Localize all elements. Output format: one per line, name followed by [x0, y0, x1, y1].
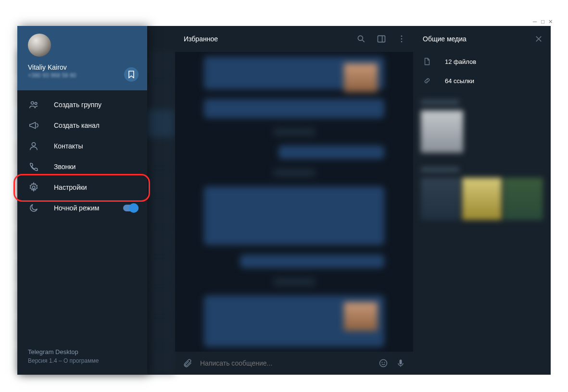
menu-label: Настройки: [54, 184, 87, 191]
svg-point-1: [35, 102, 37, 104]
svg-point-9: [380, 360, 387, 367]
mic-icon[interactable]: [396, 358, 405, 368]
message-area[interactable]: [175, 52, 413, 352]
panel-files[interactable]: 12 файлов: [413, 52, 551, 71]
app-window: Vitaliy Kairov +380 93 968 59 80 Создать…: [17, 26, 551, 375]
menu-list: Создать группу Создать канал Контакты: [17, 90, 147, 341]
panel-files-label: 12 файлов: [445, 58, 476, 65]
menu-settings[interactable]: Настройки: [17, 177, 147, 197]
emoji-icon[interactable]: [379, 358, 388, 368]
svg-point-2: [32, 142, 35, 146]
app-name: Telegram Desktop: [28, 348, 137, 355]
megaphone-icon: [28, 120, 39, 131]
saved-messages-button[interactable]: [124, 67, 139, 82]
drawer-header: Vitaliy Kairov +380 93 968 59 80: [17, 26, 147, 90]
menu-label: Создать группу: [54, 101, 101, 109]
svg-point-8: [401, 41, 403, 43]
gear-icon: [28, 182, 39, 193]
panel-header: Общие медиа: [413, 26, 551, 52]
menu-create-group[interactable]: Создать группу: [17, 94, 147, 115]
more-icon[interactable]: [397, 34, 406, 44]
svg-point-11: [384, 362, 385, 363]
panel-links[interactable]: 64 ссылки: [413, 71, 551, 90]
svg-rect-5: [378, 36, 385, 42]
svg-rect-12: [400, 360, 402, 365]
messages-blur: [175, 52, 413, 352]
chat-list: Vitaliy Kairov +380 93 968 59 80 Создать…: [17, 26, 175, 375]
sidepanel-icon[interactable]: [377, 34, 386, 44]
svg-point-7: [401, 38, 403, 40]
chat-header: Избранное: [175, 26, 413, 52]
compose-bar: [175, 352, 413, 375]
menu-contacts[interactable]: Контакты: [17, 135, 147, 156]
svg-point-3: [32, 186, 35, 189]
chat-main: Избранное: [175, 26, 413, 375]
close-icon[interactable]: [534, 35, 543, 43]
media-grid[interactable]: [421, 110, 543, 153]
window-close[interactable]: ✕: [549, 17, 553, 25]
panel-title: Общие медиа: [423, 35, 534, 43]
svg-point-0: [31, 101, 34, 104]
menu-night-mode[interactable]: Ночной режим: [17, 197, 147, 218]
panel-links-label: 64 ссылки: [445, 77, 474, 85]
person-icon: [28, 141, 39, 151]
main-menu-drawer: Vitaliy Kairov +380 93 968 59 80 Создать…: [17, 26, 147, 375]
menu-label: Звонки: [54, 163, 76, 171]
chat-title[interactable]: Избранное: [184, 35, 356, 43]
user-name: Vitaliy Kairov: [28, 63, 137, 71]
panel-media-section: [413, 90, 551, 244]
menu-create-channel[interactable]: Создать канал: [17, 115, 147, 135]
file-icon: [423, 57, 432, 66]
user-phone: +380 93 968 59 80: [28, 72, 137, 79]
menu-label: Создать канал: [54, 122, 100, 129]
night-mode-toggle[interactable]: [123, 205, 139, 211]
group-icon: [28, 99, 39, 110]
moon-icon: [28, 203, 39, 213]
menu-label: Ночной режим: [54, 204, 99, 212]
message-input[interactable]: [200, 359, 371, 367]
avatar[interactable]: [28, 34, 51, 57]
link-icon: [423, 76, 432, 85]
attach-icon[interactable]: [183, 358, 192, 368]
media-grid[interactable]: [421, 178, 543, 220]
drawer-footer: Telegram Desktop Версия 1.4 – О программ…: [17, 341, 147, 375]
window-maximize[interactable]: ☐: [541, 17, 544, 25]
side-panel: Общие медиа 12 файлов 64 ссылки: [413, 26, 551, 375]
app-version[interactable]: Версия 1.4 – О программе: [28, 357, 137, 364]
menu-calls[interactable]: Звонки: [17, 156, 147, 177]
window-minimize[interactable]: —: [533, 17, 537, 25]
svg-point-6: [401, 36, 403, 37]
search-icon[interactable]: [356, 34, 366, 44]
svg-point-4: [358, 36, 363, 40]
menu-label: Контакты: [54, 142, 83, 150]
phone-icon: [28, 161, 39, 172]
svg-point-10: [382, 362, 382, 363]
